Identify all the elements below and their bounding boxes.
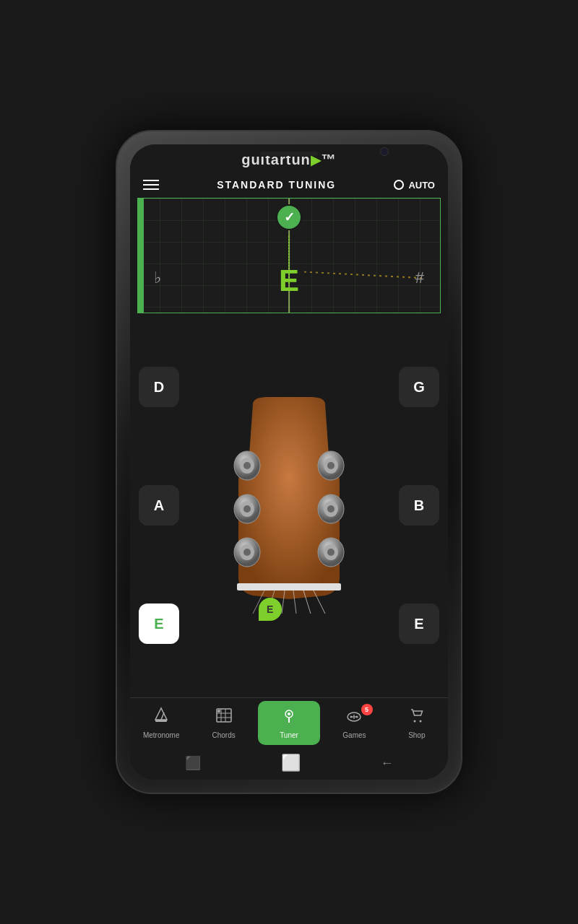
- phone-speaker: [260, 152, 318, 156]
- nav-item-tuner[interactable]: Tuner: [258, 701, 320, 745]
- svg-line-27: [161, 712, 164, 720]
- chords-icon: [215, 707, 233, 728]
- nav-label-metronome: Metronome: [143, 731, 180, 739]
- nav-item-chords[interactable]: Chords: [192, 704, 254, 742]
- nav-item-metronome[interactable]: Metronome: [130, 704, 192, 742]
- svg-point-36: [288, 712, 290, 715]
- android-nav-bar: ⬛ ⬜ ←: [130, 746, 448, 780]
- svg-point-3: [243, 462, 251, 469]
- games-badge: 5: [361, 704, 373, 715]
- auto-toggle[interactable]: AUTO: [394, 180, 435, 191]
- svg-rect-0: [237, 583, 341, 590]
- svg-point-12: [327, 462, 335, 469]
- home-btn[interactable]: ⬜: [281, 754, 301, 772]
- phone-frame: guitartun▶™ STANDARD TUNING AUTO: [116, 130, 462, 794]
- svg-point-18: [327, 549, 335, 556]
- svg-point-42: [413, 720, 415, 723]
- tuner-green-bar: [138, 199, 144, 313]
- string-btn-e-high[interactable]: E: [399, 603, 439, 644]
- guitar-headstock-svg: [210, 397, 368, 614]
- string-btn-g[interactable]: G: [399, 367, 439, 407]
- sharp-label: #: [415, 269, 424, 287]
- guitar-headstock-container: E: [210, 397, 368, 614]
- auto-circle: [394, 180, 404, 190]
- nav-label-chords: Chords: [212, 731, 235, 739]
- string-buttons-left: D A E: [139, 313, 179, 697]
- tuner-icon: [280, 707, 298, 728]
- back-btn[interactable]: ←: [381, 756, 394, 771]
- tuner-check-badge: ✓: [276, 204, 302, 230]
- svg-point-33: [217, 710, 220, 712]
- shop-icon: [408, 707, 426, 728]
- metronome-icon: [152, 707, 170, 728]
- svg-point-6: [243, 505, 251, 513]
- phone-screen: guitartun▶™ STANDARD TUNING AUTO: [130, 144, 448, 780]
- tuner-display: ✓ E ♭ #: [137, 198, 441, 313]
- nav-label-shop: Shop: [408, 731, 425, 739]
- games-icon: [345, 707, 363, 728]
- string-indicator-bubble: E: [259, 598, 282, 621]
- svg-point-43: [419, 720, 421, 723]
- svg-point-15: [327, 505, 335, 513]
- phone-camera: [380, 147, 389, 156]
- bottom-nav: Metronome Chords Tuner: [130, 697, 448, 746]
- tuning-title: STANDARD TUNING: [217, 179, 336, 191]
- string-btn-b[interactable]: B: [399, 485, 439, 526]
- app-content: STANDARD TUNING AUTO ✓ E ♭ #: [130, 172, 448, 780]
- string-btn-a[interactable]: A: [139, 485, 179, 526]
- flat-label: ♭: [154, 269, 161, 287]
- brand-bar: guitartun▶™: [130, 144, 448, 172]
- string-indicator-note: E: [267, 603, 273, 615]
- string-btn-e-low[interactable]: E: [139, 603, 179, 644]
- string-buttons-right: G B E: [399, 313, 439, 697]
- menu-button[interactable]: [143, 180, 159, 190]
- nav-label-tuner: Tuner: [280, 731, 298, 739]
- tuner-note: E: [279, 263, 299, 298]
- string-btn-d[interactable]: D: [139, 367, 179, 407]
- check-icon: ✓: [284, 209, 295, 225]
- recent-btn[interactable]: ⬛: [185, 755, 201, 771]
- nav-item-shop[interactable]: Shop: [386, 704, 448, 742]
- guitar-section: D A E: [130, 313, 448, 697]
- nav-label-games: Games: [342, 731, 366, 739]
- top-bar: STANDARD TUNING AUTO: [130, 172, 448, 198]
- nav-item-games[interactable]: 5 Games: [323, 704, 385, 742]
- svg-marker-26: [155, 708, 167, 720]
- auto-label: AUTO: [408, 180, 435, 191]
- brand-tm: ™: [322, 152, 337, 167]
- svg-point-9: [243, 549, 251, 556]
